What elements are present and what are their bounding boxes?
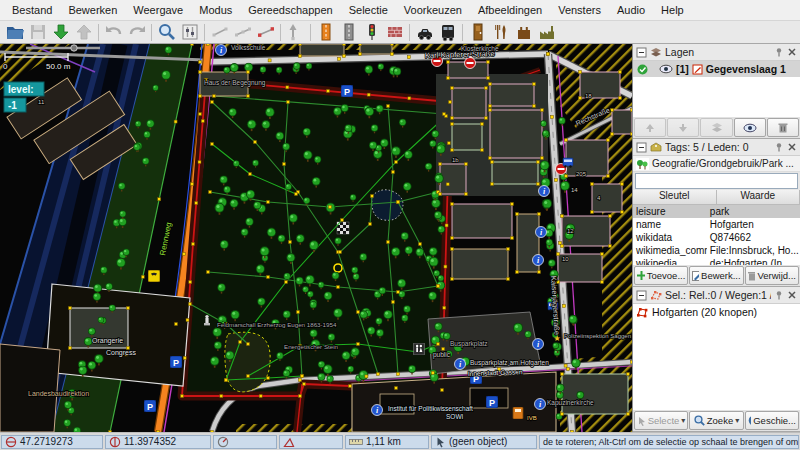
heading-field [213, 435, 277, 449]
layer-merge-button[interactable] [700, 118, 732, 137]
pin-icon[interactable] [774, 142, 784, 152]
preset-row[interactable]: Geografie/Grondgebruik/Park ... [633, 156, 800, 172]
preset-motorway-button[interactable] [314, 22, 337, 42]
selection-item-hofgarten[interactable]: Hofgarten (20 knopen) [633, 304, 800, 320]
tag-edit-label: Bewerk... [701, 270, 741, 281]
ruler-icon [349, 437, 363, 447]
tag-row-wikidata[interactable]: wikidataQ874662 [633, 231, 800, 244]
layer-visibility-button[interactable] [734, 118, 766, 137]
map-label: Institut für Politikwissenschaft [388, 405, 473, 412]
preset-label: Geografie/Grondgebruik/Park ... [652, 158, 794, 169]
toolbar-separator [310, 24, 311, 41]
tag-edit-button[interactable]: Bewerk... [689, 266, 743, 285]
preset-restaurant-button[interactable] [489, 22, 512, 42]
close-icon[interactable] [787, 290, 797, 300]
menu-afbeeldingen[interactable]: Afbeeldingen [470, 1, 550, 19]
layer-move-up-button[interactable] [634, 118, 666, 137]
map-canvas[interactable]: P i [0, 44, 632, 432]
merge-ways-button[interactable] [254, 22, 277, 42]
menu-bewerken[interactable]: Bewerken [60, 1, 125, 19]
follow-line-button[interactable] [284, 22, 307, 42]
preset-bus-button[interactable] [436, 22, 459, 42]
preset-door-button[interactable] [466, 22, 489, 42]
latitude-field: 47.2719273 [1, 435, 103, 449]
split-way-button[interactable] [231, 22, 254, 42]
open-button[interactable] [3, 22, 26, 42]
tag-row-wikipedia[interactable]: wikipediade:Hofgarten (In... [633, 257, 800, 265]
preferences-button[interactable] [178, 22, 201, 42]
preset-traffic-signals-button[interactable] [360, 22, 383, 42]
menu-gereedschappen[interactable]: Gereedschappen [240, 1, 340, 19]
closed-way-icon [636, 307, 648, 318]
layers-panel: Lagen [1] Gegevenslaag 1 [633, 44, 800, 139]
preset-wall-button[interactable] [383, 22, 406, 42]
history-button[interactable]: Geschie... [745, 411, 799, 430]
tag-row-wikimedia_comm...[interactable]: wikimedia_comm...File:Innsbruck, Ho... [633, 244, 800, 257]
map-label: Volksschule [231, 44, 266, 51]
layers-icon [650, 47, 662, 58]
toolbar-separator [280, 24, 281, 41]
menu-help[interactable]: Help [653, 1, 692, 19]
selection-mode-button[interactable]: Selecte ▾ [634, 411, 688, 430]
menu-audio[interactable]: Audio [609, 1, 653, 19]
upload-button[interactable] [72, 22, 95, 42]
undo-button[interactable] [102, 22, 125, 42]
main-toolbar [0, 21, 800, 44]
layer-visible-eye-icon[interactable] [659, 64, 673, 74]
search-button[interactable]: Zoeke ▾ [689, 411, 743, 430]
status-bar: 47.2719273 11.3974352 1,11 km (geen obje… [0, 432, 800, 450]
menu-weergave[interactable]: Weergave [125, 1, 191, 19]
tag-delete-button[interactable]: Verwijd... [745, 266, 799, 285]
menu-bestand[interactable]: Bestand [4, 1, 60, 19]
preset-car-button[interactable] [413, 22, 436, 42]
longitude-value: 11.3974352 [124, 436, 176, 447]
preset-road-button[interactable] [337, 22, 360, 42]
close-icon[interactable] [787, 47, 797, 57]
map-label: Busparkplatz [450, 340, 488, 348]
tag-row-leisure[interactable]: leisurepark [633, 205, 800, 218]
tag-table-header: Sleutel Waarde [633, 190, 800, 205]
tag-table: leisureparknameHofgartenwikidataQ874662w… [633, 205, 800, 265]
collapse-icon[interactable] [636, 47, 647, 58]
layers-list: [1] Gegevenslaag 1 [633, 61, 800, 117]
house-number: 1b [452, 157, 459, 163]
layer-row-data-layer[interactable]: [1] Gegevenslaag 1 [633, 61, 800, 77]
layer-modified-icon [692, 64, 703, 75]
preset-factory-button[interactable] [535, 22, 558, 42]
menu-vensters[interactable]: Vensters [550, 1, 609, 19]
sidebar: Lagen [1] Gegevenslaag 1 Tags: 5 / [632, 44, 800, 432]
layer-active-check-icon[interactable] [637, 64, 648, 75]
tag-row-name[interactable]: nameHofgarten [633, 218, 800, 231]
preset-castle-button[interactable] [512, 22, 535, 42]
map-label: Orangerie [92, 337, 123, 345]
pin-icon[interactable] [774, 47, 784, 57]
house-number: 14 [571, 187, 578, 193]
map-label: IVB [527, 415, 537, 421]
tag-col-key: Sleutel [633, 190, 717, 204]
map-label: Kapuzinerkirche [547, 399, 594, 407]
tag-add-button[interactable]: Toevoe... [634, 266, 688, 285]
tag-key: wikipedia [633, 258, 707, 265]
menu-selectie[interactable]: Selectie [341, 1, 396, 19]
layer-move-down-button[interactable] [667, 118, 699, 137]
save-button[interactable] [26, 22, 49, 42]
menu-voorkeuzen[interactable]: Voorkeuzen [396, 1, 470, 19]
layer-delete-button[interactable] [767, 118, 799, 137]
selection-item-label: Hofgarten (20 knopen) [652, 306, 757, 318]
object-field: (geen object) [431, 435, 537, 449]
unglue-ways-button[interactable] [208, 22, 231, 42]
tag-filter-input[interactable] [635, 173, 798, 189]
pin-icon[interactable] [774, 290, 784, 300]
menu-modus[interactable]: Modus [191, 1, 240, 19]
distance-field: 1,11 km [345, 435, 429, 449]
tag-add-label: Toevoe... [647, 270, 686, 281]
house-number: 11 [38, 99, 45, 105]
collapse-icon[interactable] [636, 142, 647, 153]
toolbar-separator [409, 24, 410, 41]
collapse-icon[interactable] [636, 290, 647, 301]
close-icon[interactable] [787, 142, 797, 152]
map-label: Haus der Begegnung [204, 79, 266, 87]
redo-button[interactable] [125, 22, 148, 42]
download-button[interactable] [49, 22, 72, 42]
zoom-search-button[interactable] [155, 22, 178, 42]
